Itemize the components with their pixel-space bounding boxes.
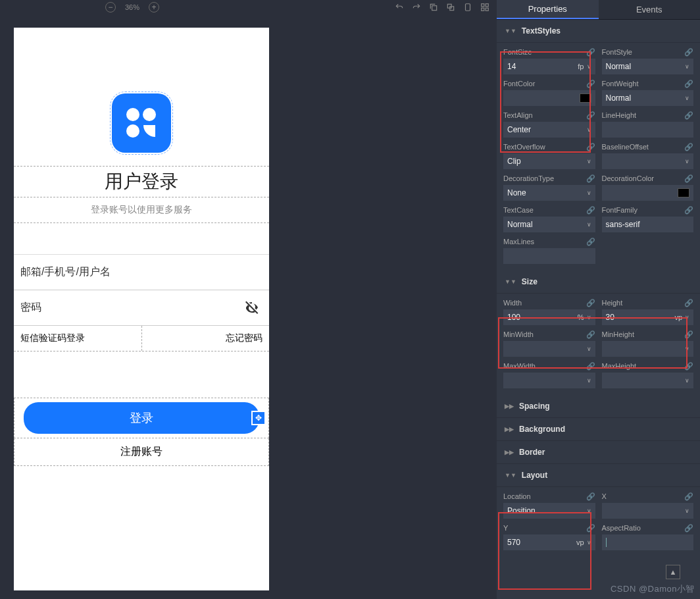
- link-icon[interactable]: 🔗: [586, 524, 595, 533]
- watermark: CSDN @Damon小智: [611, 583, 695, 595]
- input-fontsize[interactable]: 14fp∨: [503, 59, 595, 74]
- label-maxwidth: MaxWidth: [503, 362, 536, 370]
- canvas[interactable]: 用户登录 登录账号以使用更多服务 邮箱/手机号/用户名 密码 短信验证码登录 忘…: [0, 14, 497, 599]
- undo-icon[interactable]: [395, 3, 404, 12]
- section-layout[interactable]: ▼Layout: [497, 464, 700, 487]
- link-icon[interactable]: 🔗: [586, 238, 595, 246]
- login-button[interactable]: 登录 ✥: [24, 402, 259, 434]
- link-icon[interactable]: 🔗: [684, 330, 693, 339]
- link-icon[interactable]: 🔗: [586, 299, 595, 307]
- link-icon[interactable]: 🔗: [586, 143, 595, 151]
- password-input[interactable]: 密码: [14, 290, 269, 326]
- input-textcase[interactable]: Normal∨: [503, 217, 595, 232]
- input-fontfamily[interactable]: sans-serif: [602, 217, 694, 232]
- label-height: Height: [602, 299, 623, 307]
- input-lineheight[interactable]: [602, 122, 694, 138]
- link-icon[interactable]: 🔗: [684, 48, 693, 57]
- input-height[interactable]: 30vp∨: [602, 309, 694, 325]
- link-icon[interactable]: 🔗: [684, 492, 693, 501]
- link-icon[interactable]: 🔗: [586, 48, 595, 57]
- redo-icon[interactable]: [412, 3, 421, 12]
- input-maxwidth[interactable]: ∨: [503, 373, 595, 388]
- label-minwidth: MinWidth: [503, 330, 534, 338]
- color-swatch[interactable]: [678, 188, 689, 197]
- svg-point-8: [143, 108, 156, 121]
- input-minwidth[interactable]: ∨: [503, 341, 595, 357]
- zoom-out-button[interactable]: −: [105, 2, 116, 13]
- label-fontfamily: FontFamily: [602, 206, 638, 214]
- register-link[interactable]: 注册账号: [14, 438, 269, 466]
- input-fontcolor[interactable]: [503, 90, 595, 106]
- label-decorationcolor: DecorationColor: [602, 174, 654, 182]
- input-decorationcolor[interactable]: [602, 185, 694, 201]
- input-maxheight[interactable]: ∨: [602, 373, 694, 388]
- link-icon[interactable]: 🔗: [586, 174, 595, 183]
- input-location[interactable]: Position∨: [503, 503, 595, 519]
- input-textalign[interactable]: Center∨: [503, 122, 595, 138]
- input-maxlines[interactable]: [503, 248, 595, 264]
- input-minheight[interactable]: ∨: [602, 341, 694, 357]
- svg-rect-0: [432, 6, 437, 11]
- section-background[interactable]: ▶Background: [497, 418, 700, 441]
- grid-icon[interactable]: [480, 3, 489, 12]
- label-fontweight: FontWeight: [602, 80, 639, 88]
- device-icon[interactable]: [463, 3, 472, 12]
- link-icon[interactable]: 🔗: [684, 206, 693, 215]
- input-baselineoffset[interactable]: ∨: [602, 153, 694, 169]
- device-preview: 用户登录 登录账号以使用更多服务 邮箱/手机号/用户名 密码 短信验证码登录 忘…: [14, 28, 269, 590]
- visibility-off-icon[interactable]: [244, 300, 260, 315]
- scroll-top-button[interactable]: ▲: [666, 565, 680, 579]
- label-location: Location: [503, 492, 531, 500]
- sms-login-link[interactable]: 短信验证码登录: [14, 326, 141, 351]
- section-size[interactable]: ▼Size: [497, 271, 700, 294]
- app-logo: [112, 93, 171, 153]
- input-textoverflow[interactable]: Clip∨: [503, 153, 595, 169]
- link-icon[interactable]: 🔗: [586, 330, 595, 339]
- input-aspectratio[interactable]: [602, 534, 694, 550]
- section-textstyles[interactable]: ▼TextStyles: [497, 20, 700, 43]
- link-icon[interactable]: 🔗: [684, 143, 693, 151]
- color-swatch[interactable]: [580, 93, 591, 103]
- label-textalign: TextAlign: [503, 111, 533, 119]
- link-icon[interactable]: 🔗: [586, 492, 595, 501]
- login-subtitle: 登录账号以使用更多服务: [14, 197, 269, 223]
- input-fontweight[interactable]: Normal∨: [602, 90, 694, 106]
- section-spacing[interactable]: ▶Spacing: [497, 395, 700, 418]
- zoom-in-button[interactable]: +: [149, 2, 159, 13]
- link-icon[interactable]: 🔗: [586, 80, 595, 88]
- link-icon[interactable]: 🔗: [684, 174, 693, 183]
- label-x: X: [602, 492, 607, 500]
- link-icon[interactable]: 🔗: [684, 299, 693, 307]
- label-y: Y: [503, 524, 508, 532]
- input-fontstyle[interactable]: Normal∨: [602, 59, 694, 74]
- input-y[interactable]: 570vp∨: [503, 534, 595, 550]
- label-fontsize: FontSize: [503, 48, 532, 56]
- tab-events[interactable]: Events: [599, 0, 701, 19]
- tab-properties[interactable]: Properties: [497, 0, 599, 19]
- label-decorationtype: DecorationType: [503, 174, 554, 182]
- link-icon[interactable]: 🔗: [586, 362, 595, 371]
- label-textcase: TextCase: [503, 206, 534, 214]
- move-handle-icon[interactable]: ✥: [251, 411, 266, 425]
- link-icon[interactable]: 🔗: [684, 362, 693, 371]
- link-icon[interactable]: 🔗: [586, 111, 595, 120]
- login-title: 用户登录: [14, 166, 269, 197]
- link-icon[interactable]: 🔗: [684, 111, 693, 120]
- section-border[interactable]: ▶Border: [497, 441, 700, 464]
- overlap-icon[interactable]: [446, 3, 455, 12]
- forgot-password-link[interactable]: 忘记密码: [141, 326, 270, 351]
- copy-icon[interactable]: [429, 3, 438, 12]
- svg-point-9: [126, 124, 139, 138]
- input-x[interactable]: ∨: [602, 503, 694, 519]
- label-lineheight: LineHeight: [602, 111, 637, 119]
- input-decorationtype[interactable]: None∨: [503, 185, 595, 201]
- link-icon[interactable]: 🔗: [586, 206, 595, 215]
- link-icon[interactable]: 🔗: [684, 524, 693, 533]
- label-maxlines: MaxLines: [503, 238, 534, 246]
- label-fontstyle: FontStyle: [602, 48, 632, 56]
- link-icon[interactable]: 🔗: [684, 80, 693, 88]
- label-width: Width: [503, 299, 522, 307]
- label-fontcolor: FontColor: [503, 80, 535, 88]
- username-input[interactable]: 邮箱/手机号/用户名: [14, 255, 269, 290]
- input-width[interactable]: 100%∨: [503, 309, 595, 325]
